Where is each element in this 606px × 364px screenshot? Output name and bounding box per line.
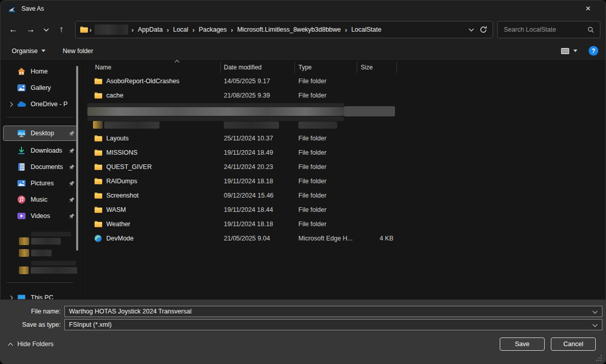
file-name-input[interactable] (65, 306, 602, 317)
dialog-actions: Hide Folders Save Cancel (1, 334, 605, 357)
column-header-type[interactable]: Type (298, 64, 312, 71)
file-type: File folder (298, 135, 356, 142)
file-date: 24/11/2024 20.23 (224, 163, 294, 171)
sidebar-item-label: Desktop (31, 130, 54, 137)
table-row[interactable]: cache 21/08/2025 9.39 File folder (85, 88, 605, 103)
recent-locations-button[interactable] (40, 22, 52, 37)
pin-icon (68, 130, 75, 137)
file-type: File folder (298, 206, 356, 213)
sidebar-item-downloads[interactable]: Downloads (4, 144, 77, 157)
table-row[interactable]: Screenshot 09/12/2024 15.46 File folder (85, 188, 605, 203)
help-icon[interactable]: ? (589, 46, 598, 56)
music-icon (17, 195, 26, 204)
cancel-button[interactable]: Cancel (551, 337, 596, 351)
search-icon[interactable] (587, 26, 595, 34)
chevron-down-icon (573, 50, 577, 52)
table-row[interactable]: Layouts 25/11/2024 10.37 File folder (85, 131, 605, 145)
redacted-sidebar-item (19, 232, 77, 245)
details-view-icon (561, 47, 570, 55)
window-title: Save As (21, 5, 44, 12)
table-row[interactable]: MISSIONS 19/11/2024 18.49 File folder (85, 145, 605, 160)
address-bar[interactable]: › › AppData › Local › Packages › Microso… (75, 21, 493, 38)
folder-icon (80, 26, 88, 33)
file-type: File folder (298, 178, 356, 185)
save-as-type-select[interactable]: FSInput (*.xml) (64, 319, 602, 330)
sidebar-divider (7, 117, 73, 117)
breadcrumb-appdata[interactable]: AppData (135, 25, 166, 34)
file-type: File folder (298, 92, 356, 99)
save-button[interactable]: Save (500, 337, 545, 351)
sidebar-item-gallery[interactable]: Gallery (4, 81, 77, 94)
pin-icon (68, 180, 75, 187)
save-as-type-label: Save as type: (1, 321, 61, 328)
sidebar-item-label: Home (31, 68, 48, 75)
sidebar-item-label: Gallery (31, 84, 51, 91)
sidebar-item-documents[interactable]: Documents (4, 160, 77, 174)
file-name: Layouts (106, 135, 218, 142)
folder-icon (94, 221, 103, 228)
address-dropdown-icon[interactable] (469, 28, 474, 32)
desktop-icon (17, 129, 26, 138)
sidebar-item-videos[interactable]: Videos (4, 209, 77, 223)
close-button[interactable]: × (578, 1, 598, 17)
breadcrumb-packages[interactable]: Packages (196, 25, 230, 34)
forward-button[interactable]: → (23, 22, 38, 37)
table-row[interactable]: Weather 19/11/2024 18.18 File folder (85, 217, 605, 231)
file-list: Name Date modified Type Size AsoboReport… (85, 60, 605, 301)
sidebar-splitter[interactable] (82, 60, 83, 301)
file-name: Weather (106, 221, 218, 228)
column-divider[interactable] (220, 62, 221, 73)
column-header-size[interactable]: Size (361, 64, 372, 71)
breadcrumb-package-folder[interactable]: Microsoft.Limitless_8wekyb3d8bbwe (234, 25, 344, 34)
sidebar-scrollbar[interactable] (76, 66, 78, 251)
organise-button[interactable]: Organise (8, 45, 50, 57)
new-folder-button[interactable]: New folder (59, 45, 98, 57)
back-button[interactable]: ← (6, 22, 21, 37)
sidebar-item-home[interactable]: Home (4, 65, 77, 78)
file-date: 19/11/2024 18.18 (224, 221, 294, 228)
search-input[interactable] (498, 21, 600, 38)
sidebar-item-onedrive[interactable]: OneDrive - Perso (4, 98, 77, 111)
save-as-dialog: Save As × ← → ↑ › › AppData › Local › Pa… (0, 0, 606, 364)
resize-grip[interactable] (595, 354, 602, 361)
file-name: DevMode (106, 235, 218, 242)
table-row[interactable]: RAIDumps 19/11/2024 18.18 File folder (85, 174, 605, 188)
file-date: 19/11/2024 18.44 (224, 206, 294, 213)
up-button[interactable]: ↑ (54, 22, 69, 37)
column-header-date-modified[interactable]: Date modified (224, 64, 262, 71)
table-row[interactable]: AsoboReport-OldCrashes 14/05/2025 9.17 F… (85, 74, 605, 88)
table-row[interactable]: WASM 19/11/2024 18.44 File folder (85, 203, 605, 217)
column-divider[interactable] (294, 62, 295, 73)
refresh-icon[interactable] (479, 26, 487, 34)
table-row[interactable]: QUEST_GIVER 24/11/2024 20.23 File folder (85, 160, 605, 174)
chevron-right-icon[interactable] (10, 102, 13, 107)
save-as-type-value: FSInput (*.xml) (69, 321, 111, 328)
file-date: 09/12/2024 15.46 (224, 192, 294, 199)
search-box (497, 21, 600, 38)
cancel-label: Cancel (564, 341, 584, 348)
organise-label: Organise (12, 47, 38, 55)
list-header: Name Date modified Type Size (85, 60, 605, 74)
redacted-sidebar-item (19, 249, 77, 257)
view-options-button[interactable] (556, 45, 581, 57)
folder-icon (94, 78, 103, 85)
hide-folders-button[interactable]: Hide Folders (8, 341, 54, 348)
sidebar-item-pictures[interactable]: Pictures (4, 177, 77, 190)
table-row[interactable]: DevMode 21/05/2025 9.04 Microsoft Edge H… (85, 231, 605, 246)
file-name-label: File name: (1, 308, 61, 315)
folder-icon (94, 163, 103, 171)
chevron-down-icon[interactable] (592, 310, 598, 314)
redacted-breadcrumb (95, 25, 128, 35)
folder-icon (94, 135, 103, 142)
column-divider[interactable] (357, 62, 357, 73)
sidebar-item-desktop[interactable]: Desktop (3, 126, 78, 141)
redacted-row[interactable] (85, 103, 605, 117)
column-divider[interactable] (397, 62, 397, 73)
column-header-name[interactable]: Name (95, 64, 111, 71)
breadcrumb-local[interactable]: Local (170, 25, 192, 34)
file-date: 21/08/2025 9.39 (224, 92, 294, 99)
breadcrumb-localstate[interactable]: LocalState (348, 25, 384, 34)
folder-icon (94, 192, 103, 199)
sidebar-item-music[interactable]: Music (4, 193, 77, 206)
redacted-row[interactable] (85, 117, 605, 131)
